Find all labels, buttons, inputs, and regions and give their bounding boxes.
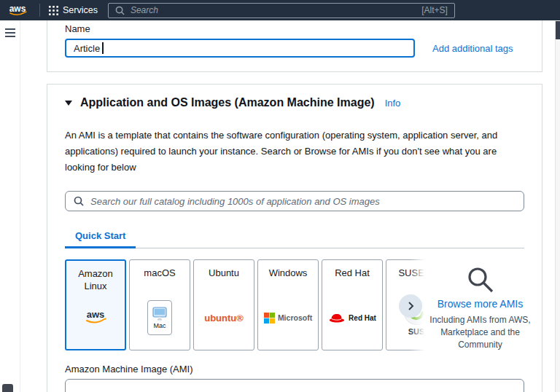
main-content: Name Add additional tags Application and… [20, 20, 555, 392]
redhat-brand-logo: Red Hat [322, 299, 382, 337]
hamburger-menu-icon[interactable] [5, 28, 15, 37]
aws-brand-logo: aws [66, 298, 125, 336]
global-search-input[interactable]: Search [Alt+S] [108, 3, 455, 18]
ami-section-title: Application and OS Images (Amazon Machin… [80, 96, 375, 109]
ami-card-windows[interactable]: Windows Microsoft [257, 259, 319, 350]
browse-more-amis-link[interactable]: Browse more AMIs [438, 298, 523, 310]
aws-logo-text: aws [87, 309, 105, 320]
collapse-caret-icon[interactable] [65, 101, 72, 106]
ami-card-amazon-linux[interactable]: Amazon Linux aws [65, 259, 126, 350]
name-input[interactable] [65, 39, 415, 58]
ami-catalog-search-input[interactable] [90, 196, 516, 207]
scrollbar-thumb[interactable] [556, 21, 560, 39]
left-rail [0, 20, 20, 392]
mac-brand-logo: Mac [130, 299, 190, 337]
browse-more-caption: Including AMIs from AWS, Marketplace and… [427, 314, 533, 351]
header-divider [39, 4, 40, 17]
services-label: Services [63, 5, 98, 15]
global-search-placeholder: Search [131, 5, 158, 15]
ami-card-label: Red Hat [322, 267, 382, 279]
tab-quick-start[interactable]: Quick Start [65, 224, 136, 248]
ami-select-dropdown[interactable] [65, 379, 524, 392]
ami-select-label: Amazon Machine Image (AMI) [65, 364, 524, 375]
ami-section-description: An AMI is a template that contains the s… [65, 128, 524, 176]
ami-card-red-hat[interactable]: Red Hat Red Hat [322, 259, 383, 350]
mac-logo-text: Mac [153, 322, 166, 329]
ami-card-label: macOS [130, 267, 190, 279]
feedback-widget-icon[interactable] [2, 384, 13, 392]
ami-catalog-search[interactable] [65, 191, 524, 211]
ami-card-ubuntu[interactable]: Ubuntu ubuntu® [193, 259, 254, 350]
red-hat-icon [328, 313, 346, 324]
aws-logo-text: aws [9, 4, 26, 14]
carousel-next-button[interactable] [399, 294, 422, 318]
ami-card-label: Ubuntu [194, 267, 254, 279]
microsoft-brand-logo: Microsoft [258, 299, 318, 337]
ubuntu-logo-text: ubuntu® [204, 313, 244, 324]
browse-search-icon [466, 265, 495, 294]
ami-panel: Application and OS Images (Amazon Machin… [47, 84, 542, 392]
ami-card-macos[interactable]: macOS Mac [129, 259, 190, 350]
chevron-right-icon [405, 301, 416, 311]
add-additional-tags-link[interactable]: Add additional tags [432, 43, 513, 54]
browse-more-amis-block: Browse more AMIs Including AMIs from AWS… [427, 259, 533, 352]
redhat-logo-text: Red Hat [349, 314, 376, 322]
microsoft-squares-icon [264, 313, 275, 324]
name-field-label: Name [65, 23, 524, 34]
info-link[interactable]: Info [385, 98, 401, 109]
ami-quickstart-carousel: Amazon Linux aws macOS [65, 259, 427, 352]
ami-card-label: Amazon Linux [66, 267, 125, 292]
search-icon [74, 196, 84, 206]
console-top-nav: aws Services Search [Alt+S] [0, 0, 560, 20]
aws-logo[interactable]: aws [6, 3, 29, 17]
services-grid-icon [49, 6, 58, 15]
search-shortcut-hint: [Alt+S] [421, 5, 448, 15]
search-icon [115, 6, 125, 15]
ami-tabs: Quick Start [65, 224, 524, 248]
name-panel: Name Add additional tags [47, 20, 542, 72]
vertical-scrollbar[interactable] [555, 20, 560, 392]
text-cursor [102, 42, 104, 54]
ubuntu-brand-logo: ubuntu® [194, 299, 254, 337]
microsoft-logo-text: Microsoft [278, 313, 312, 322]
services-menu-button[interactable]: Services [49, 5, 98, 15]
ami-card-label: Windows [258, 267, 318, 279]
imac-icon [152, 307, 168, 321]
